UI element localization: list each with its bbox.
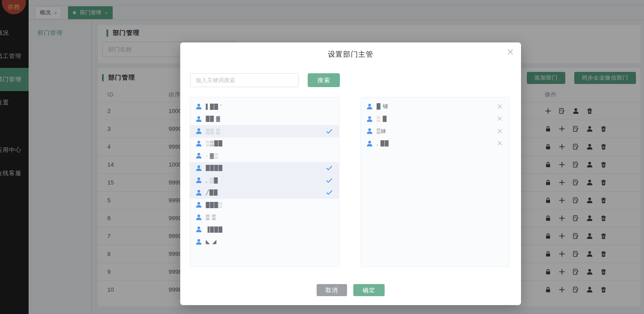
member-name-masked: ██ ▓ [206,116,220,122]
member-item[interactable]: ████ [190,162,339,175]
user-icon [195,177,202,184]
member-name-masked: ░▒██ [206,140,223,147]
keyword-search-input[interactable] [190,73,299,87]
member-item[interactable]: ╱██ [190,187,339,199]
user-icon [195,239,202,245]
user-icon [195,201,202,208]
modal-body: ▌██ '██ ▓░░ ░░▒██· ▓░████, ░█╱█████░▒ ▒▐… [180,97,521,267]
member-item[interactable]: ░░ ░ [190,125,339,138]
user-icon [195,140,202,147]
selected-manager-item: ▒妹 [361,125,509,138]
user-icon [195,214,202,221]
member-item[interactable]: ▒ ▒ [190,211,339,224]
confirm-button[interactable]: 确定 [353,284,385,296]
member-name-masked: ░░ ░ [206,128,220,134]
modal-header: 设置部门主管 [180,42,521,59]
manager-name-masked: ░ █ [377,116,387,122]
set-department-manager-modal: 设置部门主管 搜索 ▌██ '██ ▓░░ ░░▒██· ▓░████, ░█╱… [180,42,521,305]
member-item[interactable]: , ░█ [190,174,339,187]
selected-manager-item: ░ █ [361,113,509,126]
member-item[interactable]: ▌██ ' [190,100,339,113]
check-icon [326,189,333,196]
user-icon [195,226,202,233]
user-icon [366,140,373,147]
user-icon [195,128,202,134]
member-item[interactable]: · ▓░ [190,150,339,162]
modal-search-row: 搜索 [190,73,521,87]
manager-name-masked: █ 键 [377,103,389,110]
manager-name-masked: ▒妹 [377,127,387,135]
remove-icon[interactable] [497,104,503,110]
member-name-masked: ▐███ [206,226,223,233]
member-candidate-list: ▌██ '██ ▓░░ ░░▒██· ▓░████, ░█╱█████░▒ ▒▐… [190,97,339,267]
selected-manager-item: █ 键 [361,100,509,113]
check-icon [326,128,333,135]
check-icon [326,177,333,184]
member-name-masked: ████ [206,165,223,171]
app-screen: 存档 概况员工管理部门管理设置应用中心在线客服 概况×部门管理× 部门管理 部门… [0,0,644,314]
close-icon[interactable] [507,48,514,55]
member-item[interactable]: ░▒██ [190,138,339,150]
member-name-masked: · ▓░ [206,153,219,159]
member-name-masked: ◣ ◢ [206,239,217,245]
member-name-masked: ▒ ▒ [206,214,216,220]
manager-name-masked: , ██ [377,140,389,147]
user-icon [366,103,373,110]
remove-icon[interactable] [497,128,503,134]
member-name-masked: , ░█ [206,177,218,184]
modal-footer: 取消 确定 [180,284,521,296]
selected-manager-list: █ 键░ █▒妹, ██ [360,97,510,267]
user-icon [195,165,202,172]
cancel-button[interactable]: 取消 [317,284,347,296]
remove-icon[interactable] [497,116,503,122]
member-item[interactable]: ███░ [190,199,339,211]
selected-manager-item: , ██ [361,138,509,150]
user-icon [195,189,202,196]
user-icon [195,103,202,110]
member-name-masked: ███░ [206,202,223,208]
member-name-masked: ╱██ [206,189,218,196]
member-item[interactable]: ◣ ◢ [190,236,339,248]
user-icon [195,116,202,122]
user-icon [195,152,202,159]
search-button[interactable]: 搜索 [308,73,340,87]
remove-icon[interactable] [497,140,503,147]
member-name-masked: ▌██ ' [206,104,222,110]
check-icon [326,164,333,172]
modal-title: 设置部门主管 [328,50,373,58]
user-icon [366,128,373,134]
member-item[interactable]: ██ ▓ [190,113,339,126]
user-icon [366,116,373,122]
member-item[interactable]: ▐███ [190,223,339,236]
